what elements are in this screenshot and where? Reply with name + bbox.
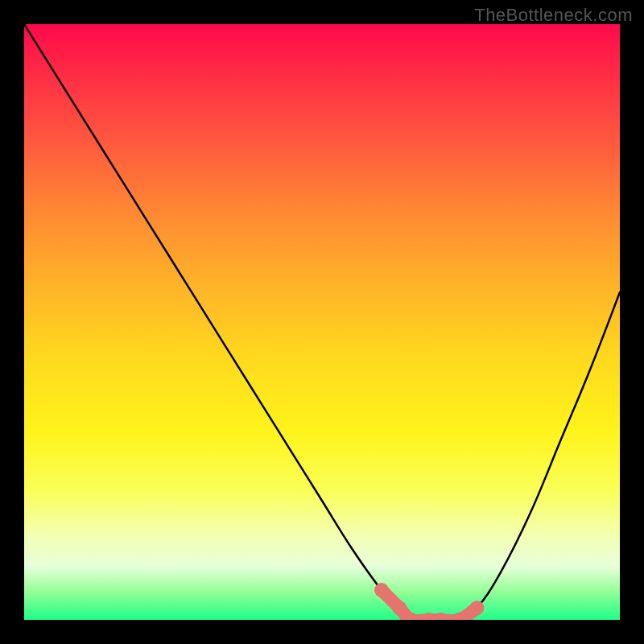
chart-frame: TheBottleneck.com: [0, 0, 644, 644]
valley-markers: [374, 583, 484, 620]
curve-path: [24, 24, 620, 620]
plot-area: [24, 24, 620, 620]
curve-svg: [24, 24, 620, 620]
watermark-label: TheBottleneck.com: [474, 5, 633, 26]
valley-dot: [374, 583, 389, 597]
valley-dot: [392, 601, 407, 615]
valley-dot: [469, 601, 484, 615]
